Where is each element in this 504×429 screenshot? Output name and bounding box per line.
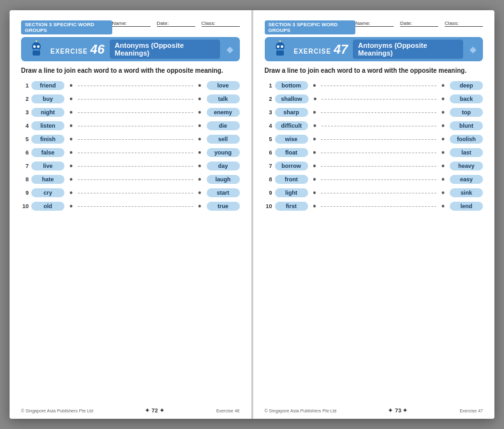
table-row: 6 false • • young <box>21 147 240 158</box>
table-row: 8 hate • • laugh <box>21 174 240 184</box>
left-footer: © Singapore Asia Publishers Pte Ltd ✦ 72… <box>10 407 251 414</box>
svg-rect-8 <box>276 50 284 56</box>
table-row: 8 front • • easy <box>265 174 484 184</box>
svg-point-13 <box>279 40 281 41</box>
left-exercise-label: EXERCISE 46 <box>50 42 105 57</box>
table-row: 9 cry • • start <box>21 188 240 198</box>
table-row: 4 difficult • • blunt <box>265 121 484 131</box>
table-row: 2 buy • • talk <box>21 94 240 104</box>
svg-rect-4 <box>34 49 39 50</box>
right-instruction: Draw a line to join each word to a word … <box>265 66 484 75</box>
left-publisher: © Singapore Asia Publishers Pte Ltd <box>21 409 93 413</box>
table-row: 1 bottom • • deep <box>265 80 484 91</box>
svg-rect-11 <box>278 49 283 50</box>
svg-rect-1 <box>33 50 40 56</box>
left-exercise-word: EXERCISE <box>50 48 88 55</box>
table-row: 7 live • • day <box>21 161 240 171</box>
left-class-label: Class: <box>202 20 240 27</box>
table-row: 10 old • • true <box>21 201 240 211</box>
right-exercise-num: 47 <box>334 42 348 57</box>
table-row: 6 float • • last <box>265 147 484 158</box>
right-exercise-label: EXERCISE 47 <box>294 42 348 57</box>
svg-point-9 <box>277 45 279 48</box>
left-exercise-num: 46 <box>91 42 105 57</box>
left-word-rows: 1 friend • • love 2 buy • • talk 3 night… <box>21 80 240 211</box>
left-page: Section 3 Specific Word Groups Name: Dat… <box>10 10 253 419</box>
left-page-num: ✦ 72 ✦ <box>145 407 165 414</box>
right-header-section: Section 3 Specific Word Groups <box>265 20 356 34</box>
table-row: 5 wise • • foolish <box>265 134 484 144</box>
left-section-tag: Section 3 Specific Word Groups <box>21 20 112 34</box>
right-section-tag: Section 3 Specific Word Groups <box>265 20 356 34</box>
right-exercise-word: EXERCISE <box>294 48 332 55</box>
svg-point-6 <box>36 40 37 41</box>
left-date-label: Date: <box>157 20 195 27</box>
right-page: Section 3 Specific Word Groups Name: Dat… <box>253 10 495 419</box>
left-name-class: Name: Date: Class: <box>112 20 240 27</box>
left-diamond-icon: ◆ <box>226 44 233 54</box>
table-row: 3 night • • enemy <box>21 107 240 117</box>
right-class-label: Class: <box>445 20 483 27</box>
svg-point-3 <box>37 45 40 48</box>
table-row: 1 friend • • love <box>21 80 240 91</box>
left-top-header: Section 3 Specific Word Groups Name: Dat… <box>21 20 240 34</box>
table-row: 10 first • • lend <box>265 201 484 211</box>
left-exercise-header: EXERCISE 46 Antonyms (Opposite Meanings)… <box>21 37 240 61</box>
book: Section 3 Specific Word Groups Name: Dat… <box>10 10 494 419</box>
svg-point-10 <box>281 45 283 48</box>
right-publisher: © Singapore Asia Publishers Pte Ltd <box>265 409 337 413</box>
left-robot-icon <box>27 40 45 58</box>
left-header-section: Section 3 Specific Word Groups <box>21 20 112 34</box>
right-page-num: ✦ 73 ✦ <box>388 407 408 414</box>
right-exercise-footer: Exercise 47 <box>459 409 483 413</box>
table-row: 2 shallow • • back <box>265 94 484 104</box>
right-exercise-subtitle: Antonyms (Opposite Meanings) <box>353 40 463 59</box>
svg-point-2 <box>33 45 36 48</box>
table-row: 5 finish • • sell <box>21 134 240 144</box>
right-date-label: Date: <box>400 20 438 27</box>
left-exercise-subtitle: Antonyms (Opposite Meanings) <box>110 40 220 59</box>
right-name-label: Name: <box>355 20 394 27</box>
table-row: 3 sharp • • top <box>265 107 484 117</box>
left-instruction: Draw a line to join each word to a word … <box>21 66 240 75</box>
right-name-class: Name: Date: Class: <box>355 20 483 27</box>
right-diamond-icon: ◆ <box>470 44 477 54</box>
left-exercise-footer: Exercise 46 <box>216 409 240 413</box>
right-exercise-header: EXERCISE 47 Antonyms (Opposite Meanings)… <box>265 37 484 61</box>
right-footer: © Singapore Asia Publishers Pte Ltd ✦ 73… <box>253 407 495 414</box>
table-row: 9 light • • sink <box>265 188 484 198</box>
table-row: 4 listen • • die <box>21 121 240 131</box>
right-robot-icon <box>271 40 289 58</box>
left-name-label: Name: <box>112 20 151 27</box>
right-top-header: Section 3 Specific Word Groups Name: Dat… <box>265 20 484 34</box>
right-word-rows: 1 bottom • • deep 2 shallow • • back 3 s… <box>265 80 484 211</box>
table-row: 7 borrow • • heavy <box>265 161 484 171</box>
